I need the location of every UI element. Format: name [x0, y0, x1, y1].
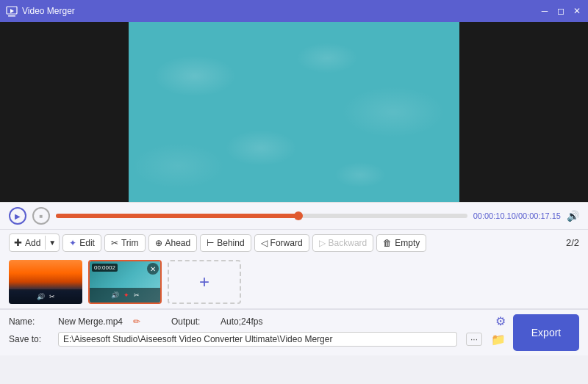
maximize-button[interactable]: ◻ — [556, 6, 566, 16]
add-label: Add — [25, 238, 40, 248]
video-preview — [0, 22, 588, 202]
export-button[interactable]: Export — [513, 314, 579, 351]
svg-rect-2 — [8, 15, 15, 17]
video-black-left — [0, 22, 129, 202]
behind-button[interactable]: ⊢ Behind — [200, 234, 251, 252]
bottom-bar: Name: New Merge.mp4 ✏ Output: Auto;24fps… — [0, 309, 588, 355]
edit-name-icon[interactable]: ✏ — [133, 316, 140, 327]
progress-knob[interactable] — [294, 211, 303, 220]
trim-icon: ✂ — [111, 238, 118, 248]
behind-label: Behind — [217, 238, 244, 248]
edit-label: Edit — [79, 238, 95, 248]
save-row: Save to: ··· 📁 — [9, 332, 506, 347]
forward-label: Forward — [270, 238, 303, 248]
trim-button[interactable]: ✂ Trim — [104, 234, 146, 252]
toolbar: ✚ Add ▼ ✦ Edit ✂ Trim ⊕ Ahead ⊢ Behind ◁… — [0, 229, 588, 256]
trim-label: Trim — [121, 238, 139, 248]
time-display: 00:00:10.10/00:00:17.15 — [473, 211, 561, 220]
play-button[interactable]: ▶ — [9, 207, 26, 225]
clip-time-badge: 00:0002 — [92, 264, 118, 272]
name-label: Name: — [9, 316, 49, 327]
backward-icon: ▷ — [319, 238, 326, 248]
empty-icon: 🗑 — [383, 238, 392, 248]
controls-bar: ▶ ■ 00:00:10.10/00:00:17.15 🔊 — [0, 202, 588, 229]
app-icon — [6, 5, 18, 17]
main-content: ▶ ■ 00:00:10.10/00:00:17.15 🔊 ✚ Add ▼ ✦ … — [0, 22, 588, 384]
add-button-group[interactable]: ✚ Add ▼ — [9, 233, 60, 252]
ahead-label: Ahead — [165, 238, 191, 248]
add-clip-button[interactable]: + — [168, 260, 241, 304]
app-title: Video Merger — [22, 6, 539, 16]
folder-button[interactable]: 📁 — [491, 333, 506, 347]
progress-bar[interactable] — [56, 214, 467, 218]
forward-icon: ◁ — [261, 238, 268, 248]
output-label: Output: — [171, 316, 212, 327]
save-label: Save to: — [9, 334, 49, 344]
browse-dots-button[interactable]: ··· — [466, 333, 482, 346]
edit-icon: ✦ — [69, 238, 76, 248]
minimize-button[interactable]: ─ — [539, 6, 550, 16]
svg-marker-1 — [10, 9, 14, 13]
title-bar: Video Merger ─ ◻ ✕ — [0, 0, 588, 22]
clips-row: 🔊 ✂ 00:0002 ✕ 🔊 ✦ ✂ + — [0, 256, 588, 308]
bottom-fields: Name: New Merge.mp4 ✏ Output: Auto;24fps… — [9, 314, 506, 351]
name-row: Name: New Merge.mp4 ✏ Output: Auto;24fps… — [9, 314, 506, 328]
video-black-right — [459, 22, 588, 202]
clip-2[interactable]: 00:0002 ✕ 🔊 ✦ ✂ — [88, 260, 162, 304]
clip-close-button[interactable]: ✕ — [147, 263, 159, 275]
current-time: 00:00:10.10 — [473, 211, 516, 220]
video-frame — [129, 22, 459, 202]
add-icon: ✚ — [14, 237, 22, 248]
settings-button[interactable]: ⚙ — [495, 314, 506, 328]
add-button[interactable]: ✚ Add — [10, 234, 45, 251]
backward-button[interactable]: ▷ Backward — [312, 234, 374, 252]
save-path-input[interactable] — [58, 332, 457, 347]
volume-icon[interactable]: 🔊 — [567, 210, 579, 222]
edit-button[interactable]: ✦ Edit — [62, 234, 101, 252]
ahead-icon: ⊕ — [155, 238, 162, 248]
window-controls: ─ ◻ ✕ — [539, 6, 582, 16]
file-name: New Merge.mp4 — [58, 316, 123, 327]
stop-button[interactable]: ■ — [32, 207, 50, 225]
backward-label: Backward — [329, 238, 368, 248]
output-value: Auto;24fps — [220, 316, 487, 327]
forward-button[interactable]: ◁ Forward — [254, 234, 309, 252]
empty-button[interactable]: 🗑 Empty — [376, 234, 426, 252]
empty-label: Empty — [395, 238, 420, 248]
ahead-button[interactable]: ⊕ Ahead — [148, 234, 198, 252]
add-dropdown-arrow[interactable]: ▼ — [45, 236, 59, 250]
total-time: 00:00:17.15 — [518, 211, 561, 220]
progress-fill — [56, 214, 298, 218]
clip-1[interactable]: 🔊 ✂ — [9, 260, 82, 304]
behind-icon: ⊢ — [207, 238, 214, 248]
close-button[interactable]: ✕ — [572, 6, 582, 16]
water-pattern — [129, 22, 459, 202]
page-count: 2/2 — [566, 237, 579, 248]
bottom-main: Name: New Merge.mp4 ✏ Output: Auto;24fps… — [9, 314, 579, 351]
